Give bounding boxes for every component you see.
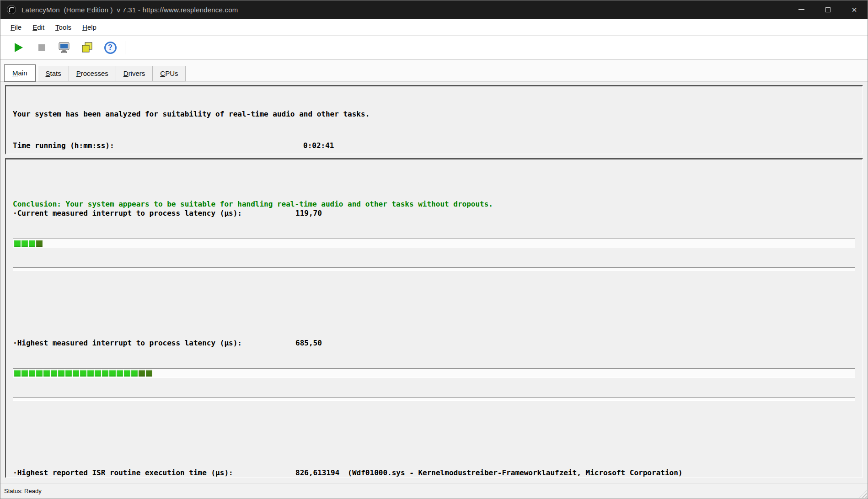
tab-main[interactable]: Main (4, 64, 36, 82)
help-button[interactable]: ? (102, 39, 118, 56)
minimize-button[interactable] (788, 0, 814, 19)
menu-tools[interactable]: Tools (51, 21, 76, 34)
toolbar-separator (125, 41, 125, 54)
measurement-extra: (Wdf01000.sys - Kernelmodustreiber-Frame… (348, 467, 682, 478)
latency-bar (13, 239, 855, 248)
report-button[interactable] (79, 39, 96, 56)
analyzer-monitor-icon (58, 41, 71, 54)
analysis-text: Your system has been analyzed for suitab… (13, 107, 855, 121)
minimize-icon (798, 9, 804, 10)
maximize-button[interactable] (814, 0, 841, 19)
window-controls: ✕ (788, 0, 868, 19)
window-title: LatencyMon (Home Edition ) v 7.31 - http… (21, 6, 238, 14)
help-icon: ? (104, 42, 117, 54)
time-running-label: Time running (h:mm:ss): (13, 138, 303, 153)
play-icon (15, 43, 23, 52)
stop-icon (38, 44, 45, 51)
tab-drivers[interactable]: Drivers (116, 66, 153, 81)
measurement-value: 119,70 (295, 208, 322, 218)
close-button[interactable]: ✕ (841, 0, 868, 19)
toolbar: ? (0, 36, 868, 60)
menu-help[interactable]: Help (78, 21, 101, 34)
summary-panel: Your system has been analyzed for suitab… (5, 85, 863, 154)
app-icon (7, 5, 16, 14)
latency-bar (13, 368, 855, 378)
latency-bar-track (13, 267, 855, 271)
menu-file[interactable]: File (6, 21, 26, 34)
measurement-value: 826,613194 (295, 467, 339, 478)
measurement-label: ·Highest measured interrupt to process l… (13, 338, 295, 348)
close-icon: ✕ (852, 6, 857, 13)
measurement-label: ·Current measured interrupt to process l… (13, 208, 295, 218)
report-pages-icon (80, 41, 94, 54)
maximize-icon (825, 7, 830, 12)
status-bar: Status: Ready (0, 483, 868, 499)
tab-cpus[interactable]: CPUs (153, 66, 186, 81)
title-bar: LatencyMon (Home Edition ) v 7.31 - http… (0, 0, 868, 19)
latency-bar-track (13, 397, 855, 401)
tab-strip: Main Stats Processes Drivers CPUs (0, 60, 868, 82)
tab-processes[interactable]: Processes (69, 66, 116, 81)
time-running-value: 0:02:41 (303, 138, 334, 153)
analyzer-button[interactable] (56, 39, 73, 56)
measurement-value: 685,50 (295, 338, 322, 348)
measurement-label: ·Highest reported ISR routine execution … (13, 467, 295, 478)
menu-bar: File Edit Tools Help (0, 19, 868, 36)
menu-edit[interactable]: Edit (28, 21, 49, 34)
resize-grip-icon[interactable] (859, 490, 867, 498)
tab-stats[interactable]: Stats (38, 66, 69, 81)
main-content: Your system has been analyzed for suitab… (0, 82, 868, 483)
measurement-row-highest-latency: ·Highest measured interrupt to process l… (13, 320, 855, 418)
stop-monitor-button[interactable] (33, 39, 50, 56)
start-monitor-button[interactable] (11, 39, 27, 56)
status-text: Status: Ready (4, 488, 42, 494)
